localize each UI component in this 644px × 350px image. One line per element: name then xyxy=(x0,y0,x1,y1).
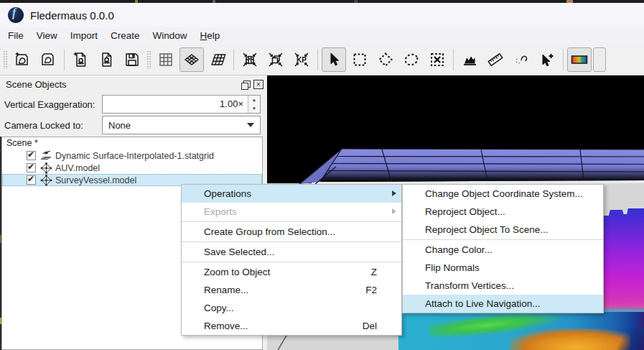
cut-button xyxy=(597,51,602,68)
select-rect-button[interactable] xyxy=(347,47,372,72)
spline-button[interactable] xyxy=(509,47,533,72)
toolbar-drag-handle[interactable] xyxy=(146,50,151,69)
submenu-arrow-icon xyxy=(392,208,396,214)
colormap-button[interactable] xyxy=(567,47,592,72)
camera-locked-combobox[interactable]: None xyxy=(102,116,261,134)
panel-close-button[interactable]: × xyxy=(253,80,263,89)
profile-chart-icon xyxy=(461,51,478,68)
profile-chart-button[interactable] xyxy=(457,47,482,72)
menu-import[interactable]: Import xyxy=(64,27,104,45)
menu-item-change-object-coordinate-system[interactable]: Change Object Coordinate System... xyxy=(403,185,603,203)
pointer-add-button[interactable] xyxy=(535,47,559,72)
new-scene-icon xyxy=(14,51,31,68)
menu-item-remove[interactable]: Remove...Del xyxy=(182,317,401,335)
menu-item-change-color[interactable]: Change Color... xyxy=(403,241,603,259)
model-icon xyxy=(40,175,52,186)
menu-item-copy[interactable]: Copy... xyxy=(182,299,401,317)
tree-item-label: Dynamic Surface-Interpolated-1.statgrid xyxy=(55,151,214,161)
operations-submenu: Change Object Coordinate System...Reproj… xyxy=(402,184,604,313)
select-rect-icon xyxy=(351,51,368,68)
import-vessel-icon xyxy=(98,51,115,68)
colormap-icon xyxy=(570,51,589,68)
surface-view-button[interactable] xyxy=(179,47,204,72)
spin-down-button[interactable]: ▼ xyxy=(248,104,260,113)
open-scene-button[interactable] xyxy=(36,47,60,72)
panel-float-button[interactable] xyxy=(241,80,251,89)
panel-header: Scene Objects × xyxy=(0,75,266,93)
visibility-checkbox[interactable] xyxy=(27,175,36,185)
grid-skew-button[interactable] xyxy=(205,47,230,72)
menu-item-shortcut: F2 xyxy=(365,281,377,299)
toolbar-drag-handle[interactable] xyxy=(3,50,8,69)
menu-create[interactable]: Create xyxy=(104,27,146,45)
menu-bar: FileViewImportCreateWindowHelp xyxy=(0,27,644,45)
table-grid-button[interactable] xyxy=(154,47,178,72)
pointer-icon xyxy=(325,51,342,68)
surface-view-icon xyxy=(183,51,200,68)
window-edge-strip xyxy=(0,137,1,350)
vertical-exaggeration-label: Vertical Exaggeration: xyxy=(4,99,102,110)
menu-item-reproject-object-to-scene[interactable]: Reproject Object To Scene... xyxy=(403,221,603,239)
new-scene-button[interactable] xyxy=(10,47,34,72)
table-grid-icon xyxy=(157,51,174,68)
menu-window[interactable]: Window xyxy=(146,27,194,45)
toolbar-separator xyxy=(317,49,318,70)
import-data-button[interactable] xyxy=(68,47,93,72)
menu-item-label: Operations xyxy=(204,185,394,203)
menu-item-save-selected[interactable]: Save Selected... xyxy=(182,243,401,261)
select-clear-button[interactable] xyxy=(425,47,449,72)
spline-icon xyxy=(513,51,530,68)
select-lasso-button[interactable] xyxy=(399,47,424,72)
select-lasso-icon xyxy=(403,51,420,68)
menu-separator xyxy=(182,221,401,222)
select-clear-icon xyxy=(429,51,446,68)
vertical-exaggeration-value[interactable]: 1.00× xyxy=(103,96,248,113)
save-button[interactable] xyxy=(120,47,144,72)
title-bar: Fledermaus 0.0.0 xyxy=(0,3,644,27)
menu-item-label: Reproject Object... xyxy=(425,203,596,221)
window-title: Fledermaus 0.0.0 xyxy=(30,9,114,22)
menu-help[interactable]: Help xyxy=(194,27,227,45)
toolbar: KP xyxy=(0,45,644,75)
camera-locked-label: Camera Locked to: xyxy=(4,120,102,131)
menu-file[interactable]: File xyxy=(1,27,30,45)
fit-cube-button[interactable] xyxy=(263,47,288,72)
menu-item-reproject-object[interactable]: Reproject Object... xyxy=(403,203,603,221)
menu-view[interactable]: View xyxy=(30,27,64,45)
open-scene-icon xyxy=(39,51,57,68)
tree-item-dynamic-surface-interpolated-1-statgrid[interactable]: Dynamic Surface-Interpolated-1.statgrid xyxy=(2,149,262,162)
visibility-checkbox[interactable] xyxy=(27,151,36,160)
model-icon xyxy=(40,162,52,174)
fit-kp-icon: KP xyxy=(293,51,310,68)
spin-up-button[interactable]: ▲ xyxy=(248,96,260,104)
select-poly-button[interactable] xyxy=(373,47,398,72)
statgrid-icon xyxy=(40,150,52,162)
vertical-exaggeration-spinner[interactable]: 1.00× ▲ ▼ xyxy=(102,95,261,114)
tree-item-label: AUV.model xyxy=(55,163,100,173)
cut-button-button[interactable] xyxy=(593,47,606,72)
pointer-button[interactable] xyxy=(322,47,346,72)
fit-surface-button[interactable] xyxy=(238,47,262,72)
menu-item-flip-normals[interactable]: Flip Normals xyxy=(403,259,603,277)
toolbar-separator xyxy=(563,49,564,70)
menu-item-attach-to-live-navigation[interactable]: Attach to Live Navigation... xyxy=(403,295,603,313)
import-data-icon xyxy=(72,51,89,68)
import-vessel-button[interactable] xyxy=(94,47,118,72)
menu-separator xyxy=(403,239,603,240)
toolbar-separator xyxy=(453,49,454,70)
menu-item-label: Flip Normals xyxy=(425,259,596,277)
menu-item-create-group-from-selection[interactable]: Create Group from Selection... xyxy=(182,223,401,241)
fit-kp-button[interactable]: KP xyxy=(289,47,314,72)
pointer-add-icon xyxy=(538,51,556,68)
fit-cube-icon xyxy=(267,51,284,68)
menu-item-rename[interactable]: Rename...F2 xyxy=(182,281,401,299)
visibility-checkbox[interactable] xyxy=(27,163,36,172)
tree-item-auv-model[interactable]: AUV.model xyxy=(2,162,262,174)
menu-item-zoom-to-object[interactable]: Zoom to ObjectZ xyxy=(182,263,401,281)
menu-item-label: Transform Vertices... xyxy=(425,277,596,295)
scene-tree-root[interactable]: Scene * xyxy=(2,137,262,149)
menu-item-transform-vertices[interactable]: Transform Vertices... xyxy=(403,277,603,295)
ruler-button[interactable] xyxy=(483,47,508,72)
menu-item-operations[interactable]: Operations xyxy=(182,185,401,203)
menu-item-label: Save Selected... xyxy=(204,243,394,261)
